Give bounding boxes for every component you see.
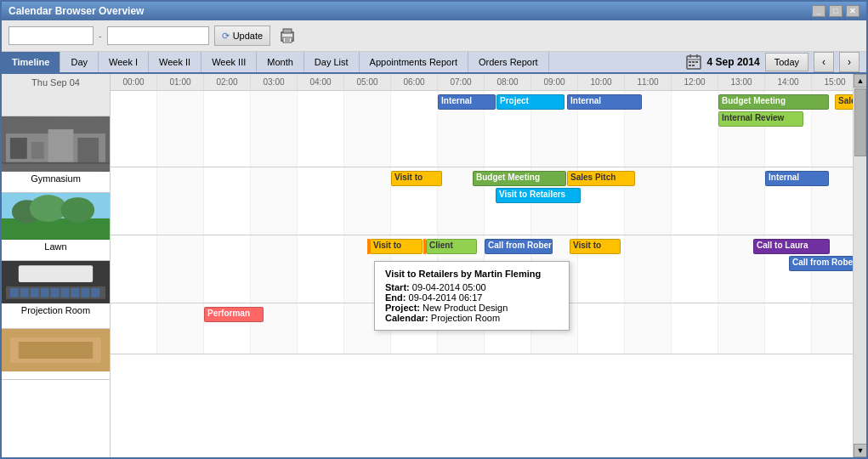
event-proj-call-laura[interactable]: Call to Laura bbox=[753, 239, 830, 254]
resource-lawn: Lawn bbox=[2, 193, 110, 261]
svg-rect-33 bbox=[60, 288, 69, 298]
hour-02: 02:00 bbox=[204, 74, 251, 90]
tooltip-end-value: 09-04-2014 06:17 bbox=[409, 292, 483, 303]
tab-timeline[interactable]: Timeline bbox=[2, 52, 60, 72]
resource-projection-room: Projection Room bbox=[2, 261, 110, 329]
tooltip-start-value: 09-04-2014 05:00 bbox=[412, 282, 486, 292]
toolbar: - ⟳ Update bbox=[2, 20, 866, 52]
event-lawn-budget[interactable]: Budget Meeting bbox=[473, 171, 566, 186]
toolbar-input-1[interactable] bbox=[9, 26, 94, 45]
svg-rect-1 bbox=[283, 29, 292, 33]
printer-icon bbox=[278, 26, 297, 45]
today-button[interactable]: Today bbox=[765, 53, 808, 71]
svg-rect-34 bbox=[71, 288, 79, 298]
close-button[interactable]: ✕ bbox=[846, 5, 859, 17]
event-gym-sales[interactable]: Sales Pitch by bbox=[835, 94, 853, 110]
resource-panel: Thu Sep 04 Gymnasium bbox=[2, 74, 111, 457]
svg-rect-28 bbox=[10, 288, 19, 298]
tab-week3[interactable]: Week III bbox=[201, 52, 257, 72]
tab-month[interactable]: Month bbox=[257, 52, 304, 72]
svg-rect-10 bbox=[692, 61, 695, 63]
svg-rect-30 bbox=[31, 288, 39, 298]
event-gym-internal-review[interactable]: Internal Review bbox=[718, 111, 803, 127]
room4-thumbnail bbox=[2, 329, 110, 371]
svg-rect-2 bbox=[283, 37, 292, 42]
svg-point-25 bbox=[60, 197, 94, 223]
event-gym-internal-2[interactable]: Internal bbox=[567, 94, 642, 110]
calendar-icon bbox=[685, 54, 702, 71]
navigation-bar: Timeline Day Week I Week II Week III Mon… bbox=[2, 52, 866, 74]
svg-rect-22 bbox=[2, 218, 110, 240]
hour-07: 07:00 bbox=[438, 74, 485, 90]
update-icon: ⟳ bbox=[222, 31, 230, 42]
svg-rect-40 bbox=[19, 342, 93, 359]
svg-rect-12 bbox=[689, 65, 691, 66]
svg-rect-29 bbox=[20, 288, 29, 298]
event-gym-budget[interactable]: Budget Meeting bbox=[718, 94, 829, 110]
print-button[interactable] bbox=[275, 24, 299, 48]
event-room4-performance[interactable]: Performan bbox=[204, 307, 264, 322]
tooltip-project-value: New Product Design bbox=[423, 303, 508, 313]
lawn-row: Visit to Budget Meeting Visit to Retaile… bbox=[111, 167, 853, 235]
lawn-label: Lawn bbox=[2, 240, 110, 253]
gymnasium-thumbnail bbox=[2, 116, 110, 172]
date-header-label: Thu Sep 04 bbox=[2, 74, 110, 91]
svg-rect-35 bbox=[81, 288, 89, 298]
restore-button[interactable]: □ bbox=[829, 5, 842, 17]
timeline-panel[interactable]: 00:00 01:00 02:00 03:00 04:00 05:00 06:0… bbox=[111, 74, 853, 457]
room4-image bbox=[2, 329, 110, 371]
prev-button[interactable]: ‹ bbox=[814, 52, 834, 72]
event-gym-project[interactable]: Project bbox=[496, 94, 564, 110]
title-bar: Calendar Browser Overview _ □ ✕ bbox=[2, 2, 866, 20]
next-button[interactable]: › bbox=[839, 52, 859, 72]
hour-14: 14:00 bbox=[765, 74, 812, 90]
scroll-track[interactable] bbox=[854, 88, 866, 444]
vertical-scrollbar[interactable]: ▲ ▼ bbox=[853, 74, 866, 457]
event-proj-client[interactable]: Client bbox=[426, 239, 477, 254]
event-lawn-internal[interactable]: Internal bbox=[765, 171, 829, 186]
gymnasium-row: Internal Project Internal Budget Meeting… bbox=[111, 91, 853, 167]
tooltip-end-row: End: 09-04-2014 06:17 bbox=[385, 292, 559, 303]
calendar-area: Thu Sep 04 Gymnasium bbox=[2, 74, 866, 457]
tab-week2[interactable]: Week II bbox=[149, 52, 201, 72]
scroll-down-button[interactable]: ▼ bbox=[854, 444, 866, 457]
lawn-thumbnail bbox=[2, 193, 110, 240]
scroll-up-button[interactable]: ▲ bbox=[854, 74, 866, 88]
gymnasium-label: Gymnasium bbox=[2, 172, 110, 185]
resource-header: Thu Sep 04 bbox=[2, 74, 110, 116]
hour-12: 12:00 bbox=[672, 74, 718, 90]
minimize-button[interactable]: _ bbox=[812, 5, 825, 17]
tab-orders[interactable]: Orders Report bbox=[468, 52, 549, 72]
projection-room-row: Visit to Client Call from Robert Visit t… bbox=[111, 235, 853, 303]
svg-rect-13 bbox=[692, 65, 695, 66]
event-proj-callrobert2[interactable]: Call from Robert bbox=[789, 256, 853, 271]
tooltip-project-label: Project: bbox=[385, 303, 420, 313]
hour-06: 06:00 bbox=[391, 74, 438, 90]
event-proj-visit2[interactable]: Visit to bbox=[570, 239, 621, 254]
tooltip-start-label: Start: bbox=[385, 282, 410, 292]
hour-04: 04:00 bbox=[298, 74, 344, 90]
tooltip-calendar-value: Projection Room bbox=[431, 313, 500, 323]
update-button[interactable]: ⟳ Update bbox=[214, 26, 270, 46]
hour-08: 08:00 bbox=[485, 74, 531, 90]
gymnasium-image bbox=[2, 116, 110, 172]
svg-rect-32 bbox=[51, 288, 60, 298]
tab-appointments[interactable]: Appointments Report bbox=[360, 52, 468, 72]
toolbar-input-2[interactable] bbox=[107, 26, 209, 45]
scroll-thumb[interactable] bbox=[854, 88, 866, 156]
projection-room-image bbox=[2, 261, 110, 303]
tab-daylist[interactable]: Day List bbox=[304, 52, 360, 72]
hour-05: 05:00 bbox=[344, 74, 391, 90]
event-lawn-visit-retailers[interactable]: Visit to Retailers bbox=[496, 188, 581, 203]
event-lawn-visit[interactable]: Visit to bbox=[391, 171, 442, 186]
tab-week1[interactable]: Week I bbox=[99, 52, 149, 72]
title-bar-controls: _ □ ✕ bbox=[812, 5, 859, 17]
event-lawn-sales[interactable]: Sales Pitch bbox=[567, 171, 635, 186]
event-proj-call[interactable]: Call from Robert bbox=[485, 239, 553, 254]
hour-03: 03:00 bbox=[251, 74, 298, 90]
event-proj-visit[interactable]: Visit to bbox=[370, 239, 423, 254]
hour-11: 11:00 bbox=[625, 74, 672, 90]
tab-day[interactable]: Day bbox=[60, 52, 99, 72]
svg-rect-19 bbox=[77, 138, 99, 163]
event-gym-internal-1[interactable]: Internal bbox=[438, 94, 496, 110]
